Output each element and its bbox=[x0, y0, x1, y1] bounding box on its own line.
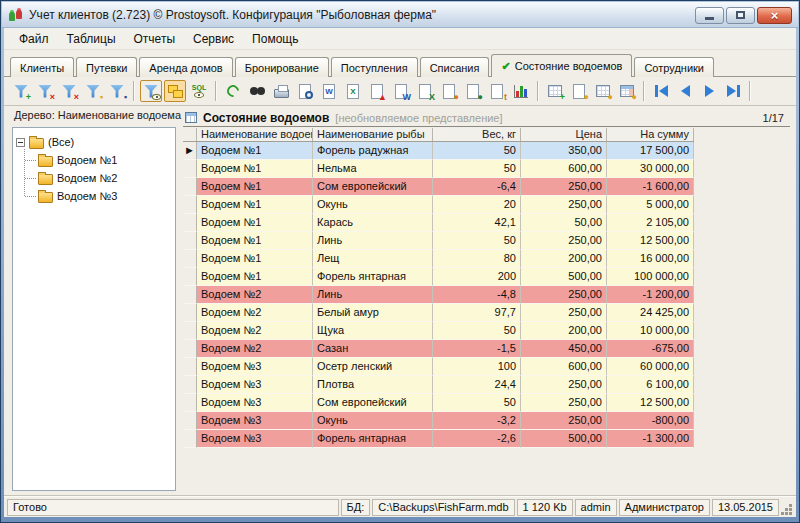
tab-1[interactable]: Клиенты bbox=[10, 57, 74, 77]
filter-clear-icon[interactable]: × bbox=[58, 80, 80, 102]
table-row[interactable]: Водоем №1Карась42,150,002 105,00 bbox=[183, 214, 694, 232]
cell: 24,4 bbox=[433, 376, 521, 394]
tree-item-3[interactable]: Водоем №3 bbox=[38, 187, 172, 205]
export-word-icon[interactable]: W bbox=[390, 80, 412, 102]
table-row[interactable]: Водоем №2Щука50200,0010 000,00 bbox=[183, 322, 694, 340]
nav-first-icon[interactable] bbox=[650, 80, 672, 102]
print-preview-icon[interactable] bbox=[294, 80, 316, 102]
tab-5[interactable]: Поступления bbox=[331, 57, 418, 77]
card-view-icon[interactable]: ● bbox=[616, 80, 638, 102]
cell: Водоем №3 bbox=[197, 394, 313, 412]
tree-item-1[interactable]: Водоем №1 bbox=[38, 151, 172, 169]
print-icon[interactable] bbox=[270, 80, 292, 102]
menu-item-5[interactable]: Помощь bbox=[243, 30, 307, 48]
tree-expand-toggle[interactable] bbox=[16, 138, 25, 147]
app-body: ФайлТаблицыОтчетыСервисПомощь КлиентыПут… bbox=[4, 28, 796, 517]
column-header-2[interactable]: Наименование рыбы bbox=[313, 128, 433, 141]
close-button[interactable]: × bbox=[757, 7, 792, 24]
filter-open-icon[interactable]: ▪ bbox=[82, 80, 104, 102]
table-row[interactable]: Водоем №1Форель янтарная200500,00100 000… bbox=[183, 268, 694, 286]
cell: Щука bbox=[313, 322, 433, 340]
column-header-5[interactable]: На сумму bbox=[607, 128, 694, 141]
table-row[interactable]: Водоем №3Окунь-3,2250,00-800,00 bbox=[183, 412, 694, 430]
cell: 250,00 bbox=[521, 376, 607, 394]
table-row[interactable]: Водоем №3Форель янтарная-2,6500,00-1 300… bbox=[183, 430, 694, 448]
cell: Водоем №1 bbox=[197, 178, 313, 196]
tree-item-2[interactable]: Водоем №2 bbox=[38, 169, 172, 187]
menu-item-3[interactable]: Отчеты bbox=[125, 30, 184, 48]
excel-document-icon[interactable]: X bbox=[342, 80, 364, 102]
table-row[interactable]: Водоем №3Осетр ленский100600,0060 000,00 bbox=[183, 358, 694, 376]
export-html-icon[interactable]: ● bbox=[462, 80, 484, 102]
cell: Форель янтарная bbox=[313, 430, 433, 448]
table-row[interactable]: Водоем №1Нельма50600,0030 000,00 bbox=[183, 160, 694, 178]
filter-view-icon[interactable] bbox=[140, 80, 162, 102]
export-excel-icon[interactable]: X bbox=[414, 80, 436, 102]
word-document-icon[interactable]: W bbox=[318, 80, 340, 102]
table-row[interactable]: ►Водоем №1Форель радужная50350,0017 500,… bbox=[183, 142, 694, 160]
resize-grip[interactable] bbox=[781, 504, 793, 516]
sql-view-icon[interactable]: SQL bbox=[188, 80, 210, 102]
nav-last-icon[interactable] bbox=[722, 80, 744, 102]
cell: Водоем №1 bbox=[197, 232, 313, 250]
filter-delete-icon[interactable]: × bbox=[34, 80, 56, 102]
menu-item-4[interactable]: Сервис bbox=[184, 30, 243, 48]
cell: 42,1 bbox=[433, 214, 521, 232]
column-header-4[interactable]: Цена bbox=[521, 128, 607, 141]
add-record-icon[interactable]: + bbox=[544, 80, 566, 102]
table-row[interactable]: Водоем №1Сом европейский-6,4250,00-1 600… bbox=[183, 178, 694, 196]
export-txt-icon[interactable]: t bbox=[486, 80, 508, 102]
table-row[interactable]: Водоем №1Окунь20250,005 000,00 bbox=[183, 196, 694, 214]
table-row[interactable]: Водоем №3Сом европейский50250,0012 500,0… bbox=[183, 394, 694, 412]
export-report-icon[interactable]: ▲ bbox=[366, 80, 388, 102]
minimize-button[interactable] bbox=[695, 7, 724, 24]
table-row[interactable]: Водоем №1Лещ80200,0016 000,00 bbox=[183, 250, 694, 268]
tab-2[interactable]: Путевки bbox=[76, 57, 137, 77]
table-row[interactable]: Водоем №1Линь50250,0012 500,00 bbox=[183, 232, 694, 250]
column-header-1[interactable]: Наименование водоема bbox=[197, 128, 313, 141]
panel-header: Состояние водоемов [необновляемое предст… bbox=[183, 109, 790, 126]
menu-item-1[interactable]: Файл bbox=[10, 30, 58, 48]
sql-glyph: SQL bbox=[192, 84, 206, 98]
app-icon bbox=[8, 7, 24, 23]
tab-label: Путевки bbox=[86, 62, 127, 74]
tree-item-root[interactable]: (Все) bbox=[16, 133, 172, 151]
tab-8[interactable]: Сотрудники bbox=[634, 57, 714, 77]
tab-3[interactable]: Аренда домов bbox=[139, 57, 232, 77]
table-pane: Состояние водоемов [необновляемое предст… bbox=[183, 109, 790, 491]
toolbar-separator bbox=[749, 81, 751, 101]
tree-toggle-icon[interactable] bbox=[164, 80, 186, 102]
table-row[interactable]: Водоем №3Плотва24,4250,006 100,00 bbox=[183, 376, 694, 394]
export-reload-icon[interactable]: ● bbox=[438, 80, 460, 102]
status-db-size: 1 120 Kb bbox=[517, 499, 573, 516]
menu-item-2[interactable]: Таблицы bbox=[58, 30, 125, 48]
nav-next-icon[interactable] bbox=[698, 80, 720, 102]
tab-label: Бронирование bbox=[245, 62, 319, 74]
filter-add-icon[interactable]: + bbox=[10, 80, 32, 102]
search-icon[interactable] bbox=[246, 80, 268, 102]
tab-7[interactable]: ✔Состояние водоемов bbox=[491, 54, 632, 77]
form-view-icon[interactable]: ● bbox=[592, 80, 614, 102]
cell: 200,00 bbox=[521, 250, 607, 268]
cell: Водоем №1 bbox=[197, 196, 313, 214]
badge-glyph: t bbox=[504, 92, 507, 102]
table-row[interactable]: Водоем №2Линь-4,8250,00-1 200,00 bbox=[183, 286, 694, 304]
filter-save-icon[interactable]: ▪ bbox=[106, 80, 128, 102]
refresh-icon[interactable] bbox=[222, 80, 244, 102]
cell: 24 425,00 bbox=[607, 304, 694, 322]
badge-glyph: + bbox=[560, 92, 565, 102]
tab-6[interactable]: Списания bbox=[420, 57, 490, 77]
table-row[interactable]: Водоем №2Белый амур97,7250,0024 425,00 bbox=[183, 304, 694, 322]
badge-glyph: + bbox=[26, 92, 31, 102]
cell: Линь bbox=[313, 286, 433, 304]
table-row[interactable]: Водоем №2Сазан-1,5450,00-675,00 bbox=[183, 340, 694, 358]
nav-prev-icon[interactable] bbox=[674, 80, 696, 102]
column-header-3[interactable]: Вес, кг bbox=[433, 128, 521, 141]
cell: Водоем №1 bbox=[197, 142, 313, 160]
chart-icon[interactable] bbox=[510, 80, 532, 102]
maximize-button[interactable] bbox=[726, 7, 755, 24]
tab-4[interactable]: Бронирование bbox=[235, 57, 329, 77]
report-view-icon[interactable]: ● bbox=[568, 80, 590, 102]
grid-header-row: Наименование водоемаНаименование рыбыВес… bbox=[183, 128, 694, 142]
cell: 200 bbox=[433, 268, 521, 286]
